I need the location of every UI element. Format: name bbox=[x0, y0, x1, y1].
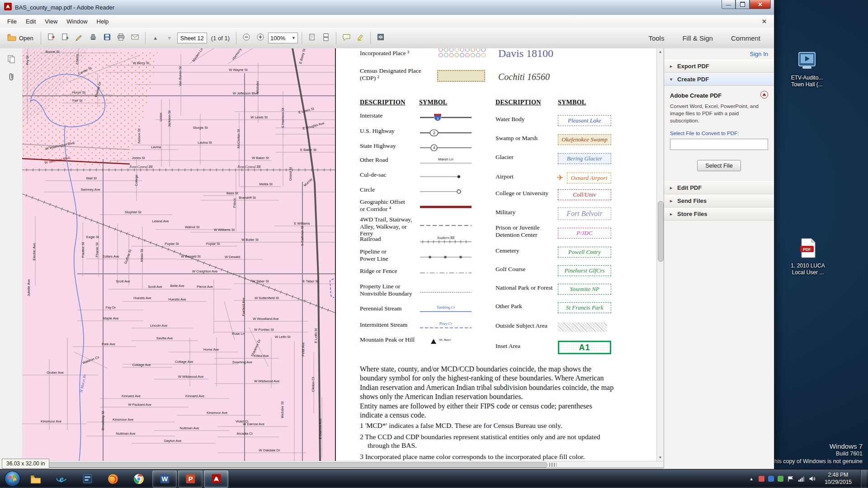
taskbar-powerpoint-button[interactable]: P bbox=[178, 470, 203, 488]
map-label: E Darrow Ave bbox=[318, 418, 322, 439]
map-label: Phanie St bbox=[95, 242, 99, 257]
file-to-convert-input[interactable] bbox=[670, 139, 768, 150]
email-button[interactable] bbox=[129, 31, 142, 45]
taskbar-acrobat-reader-button[interactable] bbox=[204, 470, 228, 488]
zoom-level-select[interactable]: 100% ▼ bbox=[268, 33, 298, 43]
inset-area-symbol: A1 bbox=[558, 341, 611, 354]
taskbar-app-button-3[interactable] bbox=[75, 470, 99, 488]
tray-app-blue-icon[interactable] bbox=[768, 476, 774, 482]
legend-description: Pipeline or Power Line bbox=[360, 248, 419, 262]
powerpoint-icon: P bbox=[185, 473, 196, 484]
legend-description: Cemetery bbox=[495, 247, 559, 254]
map-label: Fairfield Ave bbox=[241, 297, 245, 316]
sign-button[interactable] bbox=[73, 31, 85, 45]
page-view-button[interactable] bbox=[306, 31, 318, 45]
pdf-create-icon bbox=[61, 33, 69, 43]
zoom-in-button[interactable] bbox=[254, 31, 267, 45]
highlight-button[interactable] bbox=[354, 31, 367, 45]
legend-symbol-culdesac bbox=[419, 172, 473, 181]
vertical-scroll-thumb[interactable] bbox=[658, 201, 664, 262]
map-label: Jackson St bbox=[167, 110, 171, 127]
attachments-button[interactable] bbox=[4, 70, 19, 84]
tab-comment[interactable]: Comment bbox=[730, 33, 761, 44]
vertical-scrollbar[interactable]: ▲ ▼ bbox=[656, 48, 664, 461]
desktop-icon-luca[interactable]: PDF 1. 2010 LUCA Local User ... bbox=[784, 238, 831, 276]
map-label: Webster St bbox=[280, 401, 284, 418]
network-icon[interactable] bbox=[798, 475, 805, 483]
comment-bubble-button[interactable] bbox=[340, 31, 353, 45]
taskbar-firefox-button[interactable] bbox=[101, 470, 125, 488]
folder-open-icon bbox=[7, 33, 16, 42]
create-pdf-button[interactable] bbox=[59, 31, 71, 45]
scrollbar-grip[interactable] bbox=[549, 463, 557, 467]
map-label: S Calhoun St bbox=[300, 225, 304, 246]
legend-symbol-railroad: Southern RR bbox=[419, 236, 473, 245]
horizontal-scrollbar[interactable] bbox=[22, 461, 664, 468]
taskbar-clock[interactable]: 2:48 PM 10/29/2015 bbox=[820, 472, 857, 486]
page-thumbnails-button[interactable] bbox=[4, 52, 19, 66]
print-button[interactable] bbox=[115, 31, 127, 45]
page-number-input[interactable]: Sheet 12 bbox=[177, 33, 207, 43]
taskbar-internet-explorer-button[interactable]: e bbox=[49, 470, 74, 488]
menu-help[interactable]: Help bbox=[92, 16, 113, 27]
fullscreen-button[interactable] bbox=[374, 31, 387, 45]
scroll-down-icon[interactable]: ▼ bbox=[657, 454, 664, 461]
map-label: Kinsmoor Ave bbox=[207, 411, 227, 415]
horizontal-scroll-thumb[interactable] bbox=[23, 462, 547, 468]
title-bar[interactable]: BAS_county_map.pdf - Adobe Reader — ✕ bbox=[0, 0, 774, 15]
show-desktop-button[interactable] bbox=[860, 470, 867, 488]
save-button[interactable] bbox=[101, 31, 113, 45]
taskbar-explorer-button[interactable] bbox=[24, 470, 48, 488]
legend-area-symbol: Powell Cmtry bbox=[558, 247, 611, 258]
tray-app-green-icon[interactable] bbox=[778, 476, 783, 482]
desktop-icon-etv[interactable]: ETV-Audito... Town Hall (... bbox=[783, 51, 830, 88]
svg-text:Southern RR: Southern RR bbox=[437, 236, 455, 240]
map-label: Pettit Ave bbox=[301, 342, 305, 357]
menu-edit[interactable]: Edit bbox=[21, 16, 40, 27]
taskbar-chrome-button[interactable] bbox=[127, 470, 151, 488]
legend-description: Interstate bbox=[360, 112, 419, 119]
scrolling-view-button[interactable] bbox=[320, 31, 332, 45]
send-files-section[interactable]: ▸ Send Files bbox=[664, 194, 774, 207]
legend-description: Geographic Offset or Corridor ⁴ bbox=[360, 198, 419, 212]
map-label: W Berry St bbox=[133, 61, 150, 65]
store-files-section[interactable]: ▸ Store Files bbox=[664, 207, 774, 221]
volume-icon[interactable] bbox=[809, 475, 816, 483]
map-label: Lavina bbox=[151, 145, 161, 149]
restore-button[interactable] bbox=[736, 0, 750, 9]
action-center-flag-icon[interactable] bbox=[787, 475, 794, 483]
edit-pdf-section[interactable]: ▸ Edit PDF bbox=[664, 181, 774, 194]
convert-button[interactable] bbox=[45, 31, 57, 45]
next-page-button[interactable]: ▼ bbox=[163, 31, 176, 45]
stamp-button[interactable] bbox=[87, 31, 99, 45]
close-button[interactable]: ✕ bbox=[750, 0, 771, 9]
menu-view[interactable]: View bbox=[40, 16, 62, 27]
tab-tools[interactable]: Tools bbox=[647, 33, 665, 44]
document-pane[interactable]: Boone StFry StCherryMaiden LnHarmonyE Be… bbox=[22, 48, 656, 461]
open-button[interactable]: Open bbox=[4, 31, 37, 45]
menu-file[interactable]: File bbox=[3, 16, 21, 27]
zoom-out-button[interactable] bbox=[240, 31, 253, 45]
hidden-icons-chevron[interactable]: ▴ bbox=[748, 475, 755, 483]
zoom-out-icon bbox=[242, 33, 250, 43]
start-button[interactable] bbox=[2, 470, 22, 488]
tray-app-red-icon[interactable] bbox=[759, 476, 764, 482]
map-label: Gruber Ave bbox=[47, 371, 64, 375]
map-label: Juliette Ave bbox=[27, 279, 31, 296]
menu-window[interactable]: Window bbox=[62, 16, 92, 27]
taskbar-word-button[interactable]: W bbox=[152, 470, 177, 488]
scroll-up-icon[interactable]: ▲ bbox=[657, 48, 664, 55]
map-label: Kinsmoor Ave bbox=[41, 419, 61, 423]
sign-in-link[interactable]: Sign In bbox=[664, 48, 774, 60]
create-pdf-section[interactable]: ▾ Create PDF bbox=[664, 73, 774, 86]
map-label: Huron St bbox=[72, 90, 86, 94]
close-document-icon[interactable]: ✕ bbox=[762, 18, 767, 25]
minimize-button[interactable]: — bbox=[722, 0, 736, 9]
tab-fill-sign[interactable]: Fill & Sign bbox=[681, 33, 714, 44]
legend-description: Perennial Stream bbox=[360, 305, 419, 312]
window-content: Boone StFry StCherryMaiden LnHarmonyE Be… bbox=[0, 48, 774, 468]
select-file-button[interactable]: Select File bbox=[697, 160, 741, 171]
export-pdf-section[interactable]: ▸ Export PDF bbox=[664, 60, 774, 73]
previous-page-button[interactable]: ▲ bbox=[149, 31, 162, 45]
svg-text:Tumbling Cr: Tumbling Cr bbox=[437, 305, 456, 310]
